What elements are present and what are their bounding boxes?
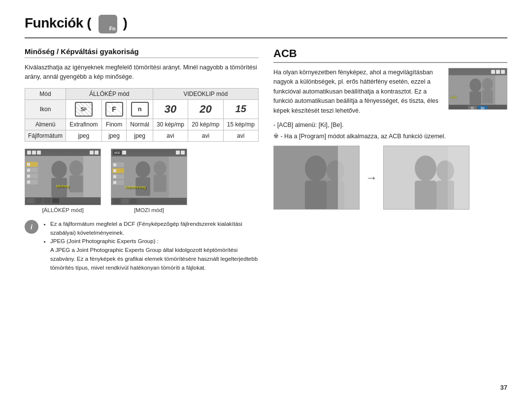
bar-icon-1 (27, 198, 34, 203)
side-item-2d (112, 180, 124, 185)
table-cell-format-label: Fájlformátum (25, 130, 66, 141)
acb-content: Ha olyan környezetben fényképez, ahol a … (273, 68, 507, 116)
acb-screenshot-box: ACB Ki Be MENU Vissza ⦿ Lépés (448, 68, 507, 110)
sf-icon: S F (75, 102, 93, 117)
side-dot (27, 163, 30, 166)
f-icon: F (105, 102, 123, 117)
icon-30fps: 30 (165, 103, 176, 116)
cam-ui-top (25, 149, 100, 156)
page: Funkciók ( ) Minőség / Képváltási gyakor… (0, 0, 532, 401)
screenshot-mozi: 800 (111, 149, 187, 213)
svg-point-15 (482, 78, 493, 91)
screenshot-caption-2: [MOZI mód] (134, 207, 164, 213)
svg-point-9 (135, 161, 150, 178)
side-item-2a (112, 162, 124, 167)
top-icons-left (27, 151, 41, 154)
screenshot-allokey: Minőség MENU Vissza ⦿ Lép (25, 149, 101, 213)
top-800: 800 (113, 151, 121, 155)
acb-top-icon-2 (496, 70, 500, 74)
top-icon-2 (32, 151, 36, 154)
top-icon-4 (90, 151, 94, 154)
svg-rect-16 (482, 90, 493, 104)
note-text: Ez a fájlformátum megfelel a DCF (Fényké… (43, 220, 259, 273)
top-icons-right-2 (176, 151, 185, 155)
top-icon-6a (181, 151, 185, 154)
before-image (273, 146, 360, 210)
screenshot-box-mozi: 800 (111, 149, 187, 205)
svg-rect-19 (495, 76, 507, 105)
cam-icon-bar-2 (111, 198, 187, 205)
top-icons-right (90, 151, 99, 154)
screenshots-row: Minőség MENU Vissza ⦿ Lép (25, 149, 259, 213)
side-dot (27, 181, 30, 184)
table-cell-format-avi1: avi (153, 130, 188, 141)
cam-label-2: Képsebesség (125, 185, 146, 189)
top-icon-2a (122, 151, 126, 154)
table-cell-format-avi2: avi (188, 130, 223, 141)
side-item-2 (26, 168, 38, 173)
svg-rect-33 (448, 146, 469, 210)
svg-text:i: i (31, 223, 33, 231)
acb-program-note: ※ - Ha a [Program] módot alkalmazza, az … (273, 132, 507, 140)
acb-menu-label: ACB (451, 96, 457, 99)
table-cell-format-jpeg1: jpeg (66, 130, 102, 141)
two-col-layout: Minőség / Képváltási gyakoriság Kiválasz… (25, 47, 507, 273)
table-cell-format-avi3: avi (223, 130, 258, 141)
side-dot-2b (113, 169, 116, 172)
page-number: 37 (500, 384, 507, 391)
mode-table: Mód ÁLLÓKÉP mód VIDEOKLIP mód Ikon S F (25, 88, 259, 142)
cam-side-menu-2 (112, 162, 124, 185)
before-svg (274, 146, 360, 210)
table-cell-format-jpeg3: jpeg (127, 130, 153, 141)
left-section-title: Minőség / Képváltási gyakoriság (25, 47, 259, 58)
top-icon-3 (37, 151, 41, 154)
arrow-right-icon: → (366, 171, 377, 185)
side-item-2b (112, 168, 124, 173)
icon-15fps: 15 (235, 103, 246, 115)
table-cell-mod-label: Mód (25, 88, 66, 99)
side-item-1 (26, 162, 38, 167)
table-row-almenu: Almenü Extrafinom Finom Normál 30 kép/mp… (25, 119, 259, 130)
acb-top-icon-1 (491, 70, 495, 74)
n-icon: n (131, 102, 149, 117)
table-cell-icon-n: n (127, 99, 153, 119)
acb-menu-note: - [ACB] almenü: [Ki], [Be]. (273, 122, 507, 128)
top-icon-5 (95, 151, 99, 154)
top-icon-5a (176, 151, 180, 154)
cam-ui-main-acb: ACB (449, 75, 507, 105)
table-row-format: Fájlformátum jpeg jpeg jpeg avi avi avi (25, 130, 259, 141)
note-item-2: JPEG (Joint Photographic Experts Group) … (50, 237, 259, 272)
bar-icon-3 (44, 198, 51, 203)
bar-icon-2c (130, 199, 137, 204)
note-box: i Ez a fájlformátum megfelel a DCF (Fény… (25, 220, 259, 273)
side-item-3 (26, 174, 38, 179)
table-cell-icon-15: 15 (223, 99, 258, 119)
cam-side-menu-1 (26, 162, 38, 185)
after-image (383, 146, 469, 210)
side-dot (27, 169, 30, 172)
table-row-mod: Mód ÁLLÓKÉP mód VIDEOKLIP mód (25, 88, 259, 99)
side-dot-2a (113, 163, 116, 166)
table-cell-videoklip: VIDEOKLIP mód (153, 88, 258, 99)
acb-description: Ha olyan környezetben fényképez, ahol a … (273, 68, 442, 116)
right-section-title: ACB (273, 47, 507, 63)
after-svg (384, 146, 469, 210)
icon-20fps: 20 (200, 103, 211, 116)
top-icons-acb (491, 70, 505, 74)
acb-top-icon-3 (501, 70, 505, 74)
table-cell-icon-f: F (101, 99, 127, 119)
svg-rect-11 (168, 156, 187, 198)
screenshot-box-allokey: Minőség MENU Vissza ⦿ Lép (25, 149, 101, 205)
table-cell-icon-sf: S F (66, 99, 102, 119)
left-description: Kiválaszthatja az igényeknek megfelelő t… (25, 63, 259, 82)
cam-label-1: Minőség (25, 184, 100, 188)
table-cell-almenu-label: Almenü (25, 119, 66, 130)
cam-ui-main-1: Minőség (25, 156, 100, 197)
svg-point-7 (154, 161, 166, 176)
table-cell-extrafinom: Extrafinom (66, 119, 102, 130)
acb-menu-be: Be (478, 106, 488, 110)
acb-menu-ki: Ki (468, 106, 477, 110)
svg-rect-26 (338, 146, 360, 210)
cam-icon-bar-1 (25, 197, 100, 204)
note-icon-svg: i (25, 220, 38, 234)
